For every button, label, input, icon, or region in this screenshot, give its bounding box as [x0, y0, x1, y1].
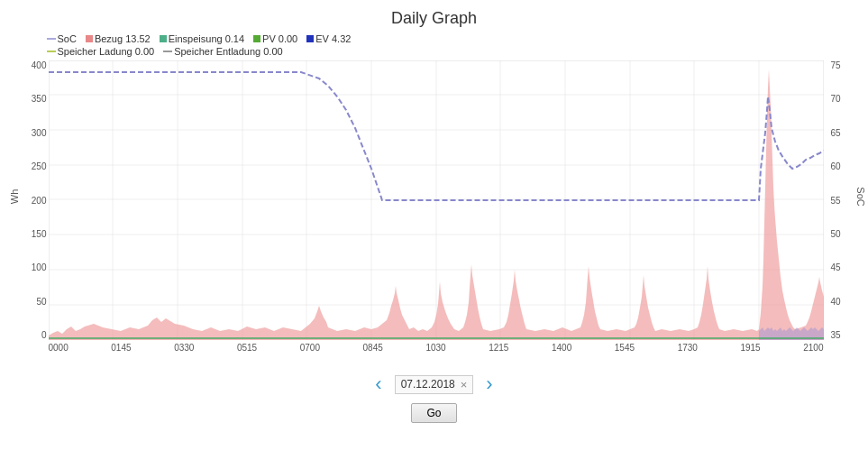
chart-wrapper: SoC Bezug 13.52 Einspeisung 0.14 PV 0.00: [2, 32, 867, 358]
chart-area: Wh 400 350 300 250 200 150 100 50 0: [2, 60, 867, 358]
legend-label-speicher-entladung: Speicher Entladung 0.00: [174, 46, 282, 57]
controls: ‹ 07.12.2018 × ›: [371, 374, 496, 394]
prev-button[interactable]: ‹: [371, 374, 385, 394]
legend-item-ev: EV 4.32: [306, 33, 351, 44]
legend-label-soc: SoC: [58, 33, 77, 44]
legend-label-speicher-ladung: Speicher Ladung 0.00: [58, 46, 155, 57]
page: Daily Graph SoC Bezug 13.52 Einspeisung …: [0, 0, 868, 469]
legend-item-speicher-ladung: Speicher Ladung 0.00: [47, 46, 155, 57]
legend-label-einspeisung: Einspeisung 0.14: [169, 33, 244, 44]
go-button[interactable]: Go: [411, 403, 456, 423]
legend-color-pv: [253, 35, 260, 42]
legend-label-ev: EV 4.32: [315, 33, 351, 44]
legend-color-speicher-entladung: [163, 51, 172, 52]
legend-row-1: SoC Bezug 13.52 Einspeisung 0.14 PV 0.00: [47, 33, 867, 44]
next-button[interactable]: ›: [482, 374, 496, 394]
legend-color-einspeisung: [160, 35, 167, 42]
date-clear-button[interactable]: ×: [461, 378, 468, 391]
date-input-box: 07.12.2018 ×: [395, 375, 474, 394]
date-value: 07.12.2018: [401, 378, 455, 391]
legend-color-bezug: [86, 35, 93, 42]
x-axis: 0000 0145 0330 0515 0700 0845 1030 1215 …: [49, 343, 824, 353]
legend-color-speicher-ladung: [47, 51, 56, 52]
chart-svg: [49, 60, 824, 340]
legend-color-soc: [47, 38, 56, 40]
page-title: Daily Graph: [391, 9, 477, 28]
legend-item-bezug: Bezug 13.52: [86, 33, 151, 44]
legend: SoC Bezug 13.52 Einspeisung 0.14 PV 0.00: [2, 32, 867, 60]
legend-row-2: Speicher Ladung 0.00 Speicher Entladung …: [47, 46, 867, 57]
y-axis-left: 400 350 300 250 200 150 100 50 0: [18, 60, 47, 340]
legend-label-bezug: Bezug 13.52: [95, 33, 151, 44]
legend-color-ev: [306, 35, 314, 42]
legend-item-speicher-entladung: Speicher Entladung 0.00: [163, 46, 282, 57]
legend-item-einspeisung: Einspeisung 0.14: [160, 33, 244, 44]
y-axis-right-label: SoC: [855, 187, 866, 206]
legend-item-pv: PV 0.00: [253, 33, 297, 44]
legend-item-soc: SoC: [47, 33, 77, 44]
legend-label-pv: PV 0.00: [262, 33, 297, 44]
